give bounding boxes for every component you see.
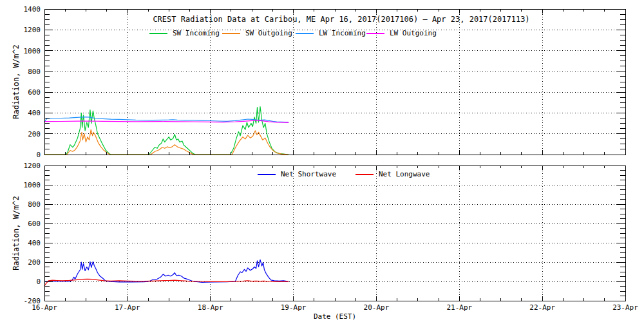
series-line-sw-outgoing <box>44 129 289 155</box>
top-y-tick-label: 1200 <box>24 26 41 34</box>
bottom-y-tick-label: 400 <box>28 239 41 247</box>
x-tick-label: 21-Apr <box>446 303 472 312</box>
sw-incoming-legend-line-icon <box>149 33 167 34</box>
legend-item-sw-incoming: SW Incoming <box>149 29 220 37</box>
bottom-y-axis-label: Radiation, W/m^2 <box>12 196 21 270</box>
x-tick-label: 19-Apr <box>281 303 307 312</box>
radiation-chart: 0200400600800100012001400-20002004006008… <box>0 0 644 322</box>
lw-incoming-legend-label: LW Incoming <box>319 29 366 37</box>
top-y-tick-label: 200 <box>28 130 41 138</box>
top-y-tick-label: 1400 <box>24 5 41 14</box>
plot-svg: 0200400600800100012001400-20002004006008… <box>0 0 644 322</box>
sw-outgoing-legend-line-icon <box>222 33 240 34</box>
x-tick-label: 22-Apr <box>529 303 555 312</box>
legend-item-net-shortwave: Net Shortwave <box>258 170 336 178</box>
bottom-y-tick-label: 800 <box>28 200 41 209</box>
x-tick-label: 23-Apr <box>612 303 638 312</box>
sw-outgoing-legend-label: SW Outgoing <box>245 29 292 37</box>
net-longwave-legend-line-icon <box>355 174 374 175</box>
top-y-tick-label: 600 <box>28 88 41 97</box>
bottom-y-tick-label: 1000 <box>24 181 41 189</box>
lw-incoming-legend-line-icon <box>296 33 314 34</box>
legend-item-lw-incoming: LW Incoming <box>296 29 366 37</box>
bottom-y-tick-label: 0 <box>36 278 41 286</box>
x-tick-label: 16-Apr <box>32 303 57 312</box>
x-tick-label: 20-Apr <box>364 303 390 312</box>
net-longwave-legend-label: Net Longwave <box>379 170 430 178</box>
series-line-net-longwave <box>44 279 289 286</box>
x-axis-label: Date (EST) <box>314 312 356 321</box>
top-y-tick-label: 1000 <box>24 47 41 55</box>
top-y-tick-label: 0 <box>36 151 41 159</box>
legend-item-lw-outgoing: LW Outgoing <box>366 29 437 37</box>
x-tick-label: 18-Apr <box>198 303 223 312</box>
lw-outgoing-legend-label: LW Outgoing <box>390 29 437 37</box>
top-y-tick-label: 400 <box>28 109 41 117</box>
legend-item-net-longwave: Net Longwave <box>355 170 430 178</box>
top-y-axis-label: Radiation, W/m^2 <box>12 44 21 119</box>
bottom-y-tick-label: 200 <box>28 258 41 267</box>
bottom-y-tick-label: 1200 <box>24 162 41 170</box>
top-y-tick-label: 800 <box>28 68 41 76</box>
net-shortwave-legend-label: Net Shortwave <box>281 170 336 178</box>
chart-title: CREST Radiation Data at Caribou, ME Apr … <box>153 15 529 24</box>
sw-incoming-legend-label: SW Incoming <box>173 29 220 37</box>
lw-outgoing-legend-line-icon <box>366 33 384 34</box>
legend-item-sw-outgoing: SW Outgoing <box>222 29 292 37</box>
x-tick-label: 17-Apr <box>115 303 140 312</box>
bottom-y-tick-label: 600 <box>28 220 41 228</box>
net-shortwave-legend-line-icon <box>258 174 276 175</box>
bottom-plot-frame <box>44 166 625 301</box>
